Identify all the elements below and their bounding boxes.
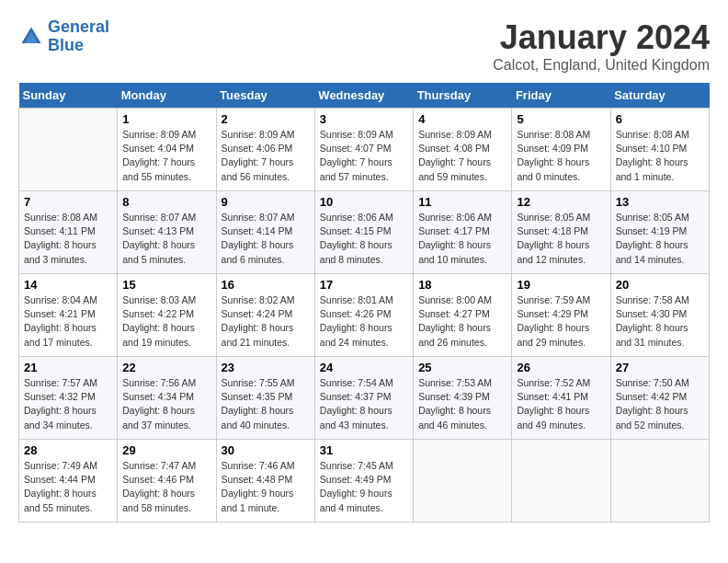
calendar-cell xyxy=(19,109,118,191)
logo-icon xyxy=(18,24,44,50)
day-number: 17 xyxy=(320,278,408,292)
day-info: Sunrise: 7:46 AMSunset: 4:48 PMDaylight:… xyxy=(222,459,310,515)
day-info: Sunrise: 8:00 AMSunset: 4:27 PMDaylight:… xyxy=(418,293,506,350)
day-number: 20 xyxy=(616,278,704,292)
day-header-friday: Friday xyxy=(512,83,610,109)
calendar-cell xyxy=(414,440,512,523)
day-number: 21 xyxy=(24,361,112,374)
calendar-cell: 31Sunrise: 7:45 AMSunset: 4:49 PMDayligh… xyxy=(314,440,413,523)
day-header-sunday: Sunday xyxy=(19,83,118,109)
calendar-cell: 19Sunrise: 7:59 AMSunset: 4:29 PMDayligh… xyxy=(512,274,610,357)
day-number: 24 xyxy=(320,361,408,374)
calendar-cell: 23Sunrise: 7:55 AMSunset: 4:35 PMDayligh… xyxy=(216,357,314,440)
calendar-week-2: 7Sunrise: 8:08 AMSunset: 4:11 PMDaylight… xyxy=(19,191,710,274)
day-info: Sunrise: 7:49 AMSunset: 4:44 PMDaylight:… xyxy=(24,459,112,515)
day-info: Sunrise: 8:07 AMSunset: 4:13 PMDaylight:… xyxy=(122,211,210,267)
day-number: 28 xyxy=(24,443,112,457)
logo-text: General Blue xyxy=(48,18,109,55)
calendar-week-5: 28Sunrise: 7:49 AMSunset: 4:44 PMDayligh… xyxy=(19,440,710,523)
day-info: Sunrise: 8:08 AMSunset: 4:09 PMDaylight:… xyxy=(517,128,605,184)
day-number: 12 xyxy=(517,195,605,209)
day-number: 19 xyxy=(517,278,605,292)
calendar-cell xyxy=(512,440,610,523)
day-info: Sunrise: 8:03 AMSunset: 4:22 PMDaylight:… xyxy=(122,293,210,350)
day-number: 4 xyxy=(418,112,506,126)
calendar-body: 1Sunrise: 8:09 AMSunset: 4:04 PMDaylight… xyxy=(19,109,710,523)
day-info: Sunrise: 8:02 AMSunset: 4:24 PMDaylight:… xyxy=(222,293,310,350)
calendar-cell: 20Sunrise: 7:58 AMSunset: 4:30 PMDayligh… xyxy=(610,274,709,357)
calendar-cell: 8Sunrise: 8:07 AMSunset: 4:13 PMDaylight… xyxy=(118,191,216,274)
day-number: 7 xyxy=(24,195,112,209)
day-header-thursday: Thursday xyxy=(414,83,512,109)
day-info: Sunrise: 8:01 AMSunset: 4:26 PMDaylight:… xyxy=(320,293,408,350)
day-info: Sunrise: 7:47 AMSunset: 4:46 PMDaylight:… xyxy=(122,459,210,515)
day-number: 13 xyxy=(616,195,704,209)
day-info: Sunrise: 7:45 AMSunset: 4:49 PMDaylight:… xyxy=(320,459,408,515)
day-info: Sunrise: 8:05 AMSunset: 4:18 PMDaylight:… xyxy=(517,211,605,267)
day-info: Sunrise: 7:57 AMSunset: 4:32 PMDaylight:… xyxy=(24,376,112,432)
calendar-cell: 4Sunrise: 8:09 AMSunset: 4:08 PMDaylight… xyxy=(414,109,512,191)
day-number: 22 xyxy=(122,361,210,374)
calendar-cell: 2Sunrise: 8:09 AMSunset: 4:06 PMDaylight… xyxy=(216,109,314,191)
calendar-title: January 2024 xyxy=(493,18,710,57)
calendar-week-4: 21Sunrise: 7:57 AMSunset: 4:32 PMDayligh… xyxy=(19,357,710,440)
day-number: 18 xyxy=(418,278,506,292)
calendar-cell: 18Sunrise: 8:00 AMSunset: 4:27 PMDayligh… xyxy=(414,274,512,357)
day-info: Sunrise: 8:09 AMSunset: 4:06 PMDaylight:… xyxy=(222,128,310,184)
calendar-cell: 13Sunrise: 8:05 AMSunset: 4:19 PMDayligh… xyxy=(610,191,709,274)
header: General Blue January 2024 Calcot, Englan… xyxy=(18,18,710,74)
day-number: 31 xyxy=(320,443,408,457)
calendar-cell: 7Sunrise: 8:08 AMSunset: 4:11 PMDaylight… xyxy=(19,191,118,274)
day-number: 25 xyxy=(418,361,506,374)
day-info: Sunrise: 7:55 AMSunset: 4:35 PMDaylight:… xyxy=(222,376,310,432)
day-info: Sunrise: 7:53 AMSunset: 4:39 PMDaylight:… xyxy=(418,376,506,432)
day-info: Sunrise: 8:04 AMSunset: 4:21 PMDaylight:… xyxy=(24,293,112,350)
calendar-subtitle: Calcot, England, United Kingdom xyxy=(493,57,710,74)
day-number: 15 xyxy=(122,278,210,292)
day-number: 3 xyxy=(320,112,408,126)
calendar-cell: 12Sunrise: 8:05 AMSunset: 4:18 PMDayligh… xyxy=(512,191,610,274)
day-info: Sunrise: 8:09 AMSunset: 4:08 PMDaylight:… xyxy=(418,128,506,184)
day-info: Sunrise: 8:08 AMSunset: 4:11 PMDaylight:… xyxy=(24,211,112,267)
calendar-table: SundayMondayTuesdayWednesdayThursdayFrid… xyxy=(18,83,710,523)
day-info: Sunrise: 7:50 AMSunset: 4:42 PMDaylight:… xyxy=(616,376,704,432)
day-info: Sunrise: 8:06 AMSunset: 4:17 PMDaylight:… xyxy=(418,211,506,267)
calendar-cell xyxy=(610,440,709,523)
day-number: 8 xyxy=(122,195,210,209)
calendar-cell: 10Sunrise: 8:06 AMSunset: 4:15 PMDayligh… xyxy=(314,191,413,274)
day-info: Sunrise: 8:07 AMSunset: 4:14 PMDaylight:… xyxy=(222,211,310,267)
day-number: 10 xyxy=(320,195,408,209)
calendar-cell: 27Sunrise: 7:50 AMSunset: 4:42 PMDayligh… xyxy=(610,357,709,440)
day-number: 16 xyxy=(222,278,310,292)
calendar-cell: 17Sunrise: 8:01 AMSunset: 4:26 PMDayligh… xyxy=(314,274,413,357)
day-header-wednesday: Wednesday xyxy=(314,83,413,109)
calendar-cell: 3Sunrise: 8:09 AMSunset: 4:07 PMDaylight… xyxy=(314,109,413,191)
day-info: Sunrise: 7:52 AMSunset: 4:41 PMDaylight:… xyxy=(517,376,605,432)
calendar-cell: 28Sunrise: 7:49 AMSunset: 4:44 PMDayligh… xyxy=(19,440,118,523)
title-section: January 2024 Calcot, England, United Kin… xyxy=(493,18,710,74)
calendar-cell: 16Sunrise: 8:02 AMSunset: 4:24 PMDayligh… xyxy=(216,274,314,357)
day-number: 1 xyxy=(122,112,210,126)
calendar-cell: 30Sunrise: 7:46 AMSunset: 4:48 PMDayligh… xyxy=(216,440,314,523)
day-number: 6 xyxy=(616,112,704,126)
day-info: Sunrise: 7:59 AMSunset: 4:29 PMDaylight:… xyxy=(517,293,605,350)
calendar-cell: 11Sunrise: 8:06 AMSunset: 4:17 PMDayligh… xyxy=(414,191,512,274)
day-number: 14 xyxy=(24,278,112,292)
day-info: Sunrise: 8:09 AMSunset: 4:04 PMDaylight:… xyxy=(122,128,210,184)
calendar-cell: 24Sunrise: 7:54 AMSunset: 4:37 PMDayligh… xyxy=(314,357,413,440)
day-number: 26 xyxy=(517,361,605,374)
day-header-tuesday: Tuesday xyxy=(216,83,314,109)
calendar-week-3: 14Sunrise: 8:04 AMSunset: 4:21 PMDayligh… xyxy=(19,274,710,357)
day-number: 11 xyxy=(418,195,506,209)
logo: General Blue xyxy=(18,18,109,55)
calendar-cell: 15Sunrise: 8:03 AMSunset: 4:22 PMDayligh… xyxy=(118,274,216,357)
calendar-cell: 6Sunrise: 8:08 AMSunset: 4:10 PMDaylight… xyxy=(610,109,709,191)
calendar-cell: 9Sunrise: 8:07 AMSunset: 4:14 PMDaylight… xyxy=(216,191,314,274)
day-info: Sunrise: 8:06 AMSunset: 4:15 PMDaylight:… xyxy=(320,211,408,267)
calendar-cell: 14Sunrise: 8:04 AMSunset: 4:21 PMDayligh… xyxy=(19,274,118,357)
day-info: Sunrise: 7:54 AMSunset: 4:37 PMDaylight:… xyxy=(320,376,408,432)
calendar-header-row: SundayMondayTuesdayWednesdayThursdayFrid… xyxy=(19,83,710,109)
day-header-saturday: Saturday xyxy=(610,83,709,109)
calendar-cell: 5Sunrise: 8:08 AMSunset: 4:09 PMDaylight… xyxy=(512,109,610,191)
logo-line2: Blue xyxy=(48,36,84,54)
